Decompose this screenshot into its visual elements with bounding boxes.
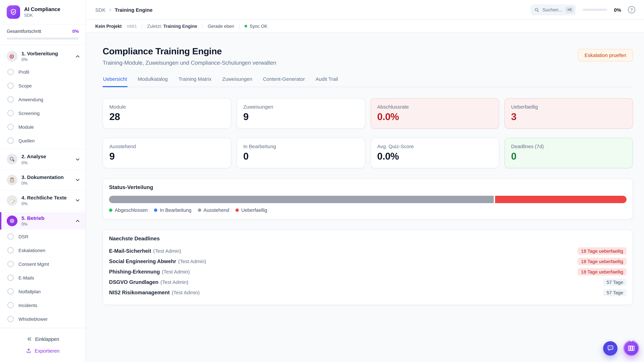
stat-value: 0 bbox=[511, 151, 626, 162]
deadline-badge: 57 Tage bbox=[603, 278, 626, 286]
section-percent: 0% bbox=[22, 160, 46, 165]
radio-circle-icon bbox=[8, 261, 14, 267]
section-percent: 0% bbox=[22, 181, 64, 186]
deadline-badge: 18 Tage ueberfaellig bbox=[578, 258, 626, 265]
status-distribution-card: Status-Verteilung Abgeschlossen In Bearb… bbox=[103, 178, 633, 220]
sidebar-item-anwendung[interactable]: Anwendung bbox=[0, 93, 86, 106]
sidebar-item-eskalationen[interactable]: Eskalationen bbox=[0, 244, 86, 257]
divider bbox=[202, 23, 202, 29]
sidebar-item-dsr[interactable]: DSR bbox=[0, 230, 86, 244]
section-toggle-4-rechtliche-texte[interactable]: 4. Rechtliche Texte 0% bbox=[0, 192, 86, 209]
section-label: 1. Vorbereitung bbox=[22, 51, 58, 56]
collapse-sidebar-button[interactable]: Einklappen bbox=[0, 333, 86, 345]
tab-training-matrix[interactable]: Training Matrix bbox=[178, 76, 212, 87]
app-title: AI Compliance bbox=[24, 6, 60, 12]
upload-icon bbox=[26, 348, 32, 354]
tab-uebersicht[interactable]: Uebersicht bbox=[103, 76, 127, 87]
stat-label: Ueberfaellig bbox=[511, 104, 626, 110]
breadcrumb-parent[interactable]: SDK bbox=[95, 7, 106, 12]
section-percent: 0% bbox=[22, 201, 67, 206]
deadline-row-phishing-erkennung: Phishing-Erkennung(Test Admin) 18 Tage u… bbox=[109, 267, 626, 277]
legend-dot-icon bbox=[236, 209, 239, 212]
section-meta: 2. Analyse 0% bbox=[22, 154, 46, 165]
breadcrumb: SDK › Training Engine bbox=[95, 7, 152, 13]
deadline-row-e-mail-sicherheit: E-Mail-Sicherheit(Test Admin) 18 Tage ue… bbox=[109, 246, 626, 256]
status-bar: Kein Projekt V001 Zuletzt: Training Engi… bbox=[86, 20, 644, 33]
search-shortcut-kbd: ⌘K bbox=[565, 6, 574, 13]
board-view-button[interactable] bbox=[623, 340, 639, 356]
tab-bar: Uebersicht Modulkatalog Training Matrix … bbox=[103, 76, 633, 87]
legend-abgeschlossen: Abgeschlossen bbox=[109, 207, 148, 213]
legend-dot-icon bbox=[198, 209, 201, 212]
section-meta: 1. Vorbereitung 0% bbox=[22, 51, 58, 62]
stat-label: Zuweisungen bbox=[243, 104, 358, 110]
stat-value: 9 bbox=[243, 111, 358, 122]
help-icon[interactable]: ? bbox=[628, 6, 635, 13]
stat-label: In Bearbeitung bbox=[243, 143, 358, 149]
sidebar-item-label: DSR bbox=[18, 234, 28, 239]
section-toggle-1-vorbereitung[interactable]: 1. Vorbereitung 0% bbox=[0, 48, 86, 65]
clipboard-icon bbox=[7, 174, 18, 185]
sidebar-item-consent-mgmt[interactable]: Consent Mgmt bbox=[0, 257, 86, 271]
section-percent: 0% bbox=[22, 222, 44, 227]
sync-ok-dot-icon bbox=[244, 25, 247, 27]
page-content: Compliance Training Engine Training-Modu… bbox=[86, 33, 644, 362]
topbar: SDK › Training Engine Suchen... ⌘K 0% ? bbox=[86, 0, 644, 20]
stat-card-abschlussrate: Abschlussrate 0.0% bbox=[370, 98, 499, 129]
sidebar-item-quellen[interactable]: Quellen bbox=[0, 134, 86, 148]
tab-audit-trail[interactable]: Audit Trail bbox=[315, 76, 338, 87]
magnifying-glass-icon bbox=[7, 154, 18, 165]
sidebar-item-notfallplan[interactable]: Notfallplan bbox=[0, 285, 86, 299]
deadlines-card: Naechste Deadlines E-Mail-Sicherheit(Tes… bbox=[103, 230, 633, 305]
sidebar-section-5-betrieb: 5. Betrieb 0% DSR Eskalationen Consent M… bbox=[0, 211, 86, 328]
sidebar-item-profil[interactable]: Profil bbox=[0, 65, 86, 79]
radio-circle-icon bbox=[8, 275, 14, 281]
app-subtitle: SDK bbox=[24, 13, 60, 18]
export-button[interactable]: Exportieren bbox=[0, 345, 86, 357]
sidebar-section-3-dokumentation: 3. Dokumentation 0% bbox=[0, 170, 86, 190]
tab-zuweisungen[interactable]: Zuweisungen bbox=[222, 76, 252, 87]
deadline-badge: 18 Tage ueberfaellig bbox=[578, 268, 626, 275]
sync-label: Sync OK bbox=[250, 24, 268, 29]
sidebar-item-label: Scope bbox=[18, 83, 32, 88]
shield-check-icon bbox=[7, 5, 20, 19]
sync-status: Sync OK bbox=[244, 24, 268, 29]
radio-circle-icon bbox=[8, 110, 14, 116]
chat-button[interactable] bbox=[603, 341, 618, 356]
deadlines-title: Naechste Deadlines bbox=[109, 236, 626, 242]
search-input[interactable]: Suchen... ⌘K bbox=[531, 4, 576, 15]
sidebar-item-e-mails[interactable]: E-Mails bbox=[0, 271, 86, 285]
last-visited: Zuletzt: Training Engine bbox=[147, 24, 198, 29]
deadline-module: E-Mail-Sicherheit(Test Admin) bbox=[109, 248, 181, 254]
sidebar-item-label: Incidents bbox=[18, 303, 37, 308]
overall-progress-value: 0% bbox=[72, 29, 79, 34]
section-toggle-5-betrieb[interactable]: 5. Betrieb 0% bbox=[0, 212, 86, 230]
deadline-module: Social Engineering Abwehr(Test Admin) bbox=[109, 258, 206, 264]
deadline-module: NIS2 Risikomanagement(Test Admin) bbox=[109, 290, 200, 296]
deadline-row-social-engineering-abwehr: Social Engineering Abwehr(Test Admin) 18… bbox=[109, 256, 626, 267]
stat-label: Abschlussrate bbox=[377, 104, 492, 110]
sidebar-item-label: Module bbox=[18, 124, 34, 130]
tab-modulkatalog[interactable]: Modulkatalog bbox=[137, 76, 168, 87]
check-escalation-button[interactable]: Eskalation pruefen bbox=[578, 49, 633, 61]
notch-dot bbox=[630, 340, 632, 342]
section-toggle-2-analyse[interactable]: 2. Analyse 0% bbox=[0, 151, 86, 168]
tab-content-generator[interactable]: Content-Generator bbox=[263, 76, 305, 87]
sidebar-item-screening[interactable]: Screening bbox=[0, 106, 86, 120]
deadlines-rows: E-Mail-Sicherheit(Test Admin) 18 Tage ue… bbox=[109, 246, 626, 298]
stat-card-in-bearbeitung: In Bearbeitung 0 bbox=[237, 138, 365, 168]
sidebar-item-incidents[interactable]: Incidents bbox=[0, 299, 86, 312]
stat-value: 0.0% bbox=[377, 111, 492, 122]
status-distribution-title: Status-Verteilung bbox=[109, 184, 626, 190]
sidebar-item-module[interactable]: Module bbox=[0, 120, 86, 134]
legend-ueberfaellig: Ueberfaellig bbox=[236, 207, 267, 213]
overall-progress: Gesamtfortschritt 0% bbox=[0, 24, 86, 45]
stat-value: 0 bbox=[243, 151, 358, 162]
radio-circle-icon bbox=[8, 247, 14, 254]
sidebar-item-label: Quellen bbox=[18, 138, 35, 143]
section-toggle-3-dokumentation[interactable]: 3. Dokumentation 0% bbox=[0, 171, 86, 189]
sidebar-item-whistleblower[interactable]: Whistleblower bbox=[0, 312, 86, 326]
sidebar-item-scope[interactable]: Scope bbox=[0, 79, 86, 93]
chevron-up-icon bbox=[75, 54, 80, 59]
legend-ausstehend: Ausstehend bbox=[198, 207, 229, 213]
